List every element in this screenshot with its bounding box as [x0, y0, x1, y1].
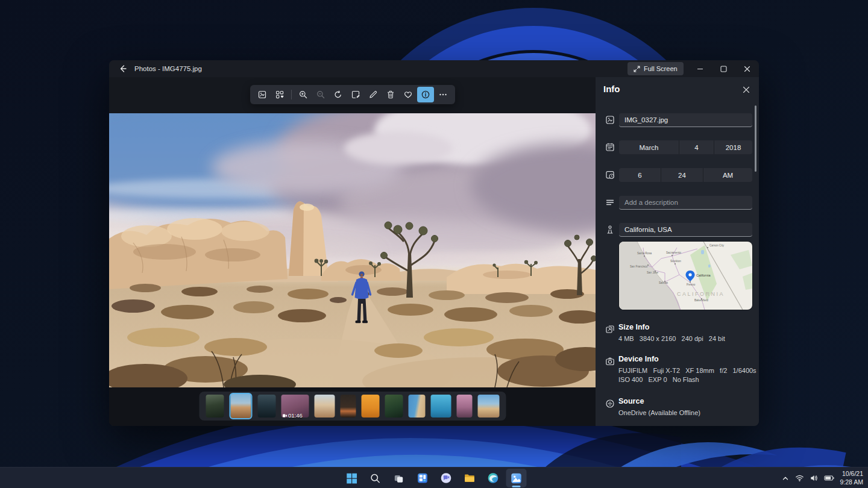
- filename-field[interactable]: IMG_0327.jpg: [619, 113, 752, 127]
- location-map[interactable]: Carson City Santa Rosa Sacramento San Fr…: [619, 242, 752, 310]
- thumbnail-lake[interactable]: [257, 395, 275, 418]
- filename-row: IMG_0327.jpg: [596, 113, 759, 127]
- delete-button[interactable]: [382, 87, 399, 102]
- info-button[interactable]: [417, 87, 434, 102]
- info-panel: Info IMG_0327.jpg: [596, 77, 759, 426]
- edit-image-icon: [351, 90, 360, 99]
- start-button[interactable]: [342, 469, 362, 487]
- task-view-icon: [393, 472, 405, 484]
- windows-start-icon: [345, 472, 359, 485]
- draw-button[interactable]: [365, 87, 382, 102]
- slideshow-button[interactable]: [254, 87, 271, 102]
- location-field[interactable]: California, USA: [619, 223, 752, 237]
- time-period[interactable]: AM: [703, 168, 752, 182]
- zoom-out-button[interactable]: [312, 87, 329, 102]
- map-city-label: Stockton: [670, 260, 681, 263]
- thumbnail-palm-beach[interactable]: [477, 395, 499, 418]
- map-region-label: CALIFORNIA: [677, 291, 725, 297]
- file-explorer-button[interactable]: [459, 469, 480, 487]
- pencil-icon: [368, 90, 378, 99]
- thumbnail-video[interactable]: 01:46: [281, 395, 309, 418]
- date-row: March 4 2018: [596, 140, 759, 154]
- fullscreen-icon: [634, 66, 640, 72]
- thumbnail-orange-wall[interactable]: [361, 395, 379, 418]
- link-icon: [605, 399, 615, 408]
- task-view-button[interactable]: [389, 469, 409, 487]
- window-controls: [688, 60, 759, 77]
- device-info-heading: Device Info: [618, 355, 659, 363]
- zoom-in-icon: [298, 90, 308, 99]
- photo-viewer: 01:46: [109, 77, 596, 426]
- description-row: Add a description: [596, 196, 759, 210]
- location-pin-icon: [605, 225, 615, 234]
- toolbar-separator: [291, 90, 292, 99]
- zoom-in-button[interactable]: [295, 87, 312, 102]
- photos-app-window: Photos - IMG4775.jpg Full Screen: [109, 60, 759, 426]
- thumbnail-pool[interactable]: [430, 395, 451, 418]
- thumbnail-desert-pan[interactable]: [314, 395, 335, 418]
- source-value: OneDrive (Available Offline): [618, 409, 700, 416]
- video-duration: 01:46: [288, 412, 303, 419]
- maximize-button[interactable]: [712, 60, 735, 77]
- date-year[interactable]: 2018: [714, 140, 752, 154]
- photos-app-button[interactable]: [506, 469, 527, 487]
- time-hour[interactable]: 6: [619, 168, 661, 182]
- edge-icon: [486, 472, 499, 484]
- info-panel-title: Info: [603, 84, 620, 94]
- widgets-button[interactable]: [412, 469, 433, 487]
- active-app-indicator: [512, 486, 521, 487]
- see-more-button[interactable]: [435, 87, 451, 102]
- description-field[interactable]: Add a description: [619, 196, 752, 210]
- desktop: Photos - IMG4775.jpg Full Screen: [0, 0, 868, 488]
- wifi-icon[interactable]: [795, 474, 804, 483]
- source-heading: Source: [618, 397, 644, 405]
- thumbnail-jungle[interactable]: [385, 395, 403, 418]
- map-city-label: Santa Rosa: [637, 252, 652, 255]
- edge-button[interactable]: [483, 469, 503, 487]
- minimize-button[interactable]: [688, 60, 712, 77]
- location-row: California, USA: [596, 223, 759, 237]
- clock-time: 9:28 AM: [840, 478, 863, 487]
- date-day[interactable]: 4: [679, 140, 714, 154]
- camera-icon: [605, 357, 615, 366]
- taskbar-clock[interactable]: 10/6/21 9:28 AM: [840, 470, 863, 486]
- map-graphic: Carson City Santa Rosa Sacramento San Fr…: [619, 242, 752, 310]
- favorite-button[interactable]: [400, 87, 417, 102]
- file-explorer-icon: [463, 472, 476, 484]
- thumbnail-sunset[interactable]: [340, 395, 356, 418]
- rotate-button[interactable]: [330, 87, 347, 102]
- battery-icon[interactable]: [824, 474, 834, 483]
- size-info-heading: Size Info: [618, 323, 649, 331]
- filmstrip: 01:46: [109, 387, 596, 426]
- thumbnail-selected-desert[interactable]: [229, 393, 252, 419]
- main-photo[interactable]: [109, 113, 596, 387]
- edit-image-button[interactable]: [347, 87, 364, 102]
- taskbar: 10/6/21 9:28 AM: [0, 467, 868, 488]
- video-duration-badge: 01:46: [282, 412, 303, 419]
- zoom-out-icon: [316, 90, 326, 99]
- time-minute[interactable]: 24: [661, 168, 703, 182]
- add-to-collection-button[interactable]: [271, 87, 288, 102]
- close-icon: [744, 66, 750, 72]
- map-city-label: Bakersfield: [694, 299, 708, 302]
- thumbnail-pink-dune[interactable]: [456, 395, 472, 418]
- thumbnail-aerial-beach[interactable]: [408, 395, 425, 418]
- calendar-icon: [605, 142, 615, 152]
- volume-icon[interactable]: [810, 474, 819, 483]
- back-button[interactable]: [115, 62, 131, 75]
- date-month[interactable]: March: [619, 140, 679, 154]
- chat-button[interactable]: [436, 469, 456, 487]
- thumbnail-cliff[interactable]: [206, 395, 224, 418]
- search-button[interactable]: [365, 469, 386, 487]
- hidden-icons-chevron[interactable]: [781, 474, 790, 483]
- map-city-label: Fresno: [687, 283, 696, 286]
- close-button[interactable]: [735, 60, 759, 77]
- info-panel-close-button[interactable]: [740, 84, 752, 96]
- back-arrow-icon: [118, 64, 128, 74]
- ellipsis-icon: [438, 90, 448, 99]
- collection-heart-icon: [275, 90, 285, 99]
- map-city-label: Salinas: [659, 281, 668, 284]
- time-row: 6 24 AM: [596, 168, 759, 182]
- fullscreen-button[interactable]: Full Screen: [627, 62, 684, 75]
- info-icon: [421, 90, 430, 99]
